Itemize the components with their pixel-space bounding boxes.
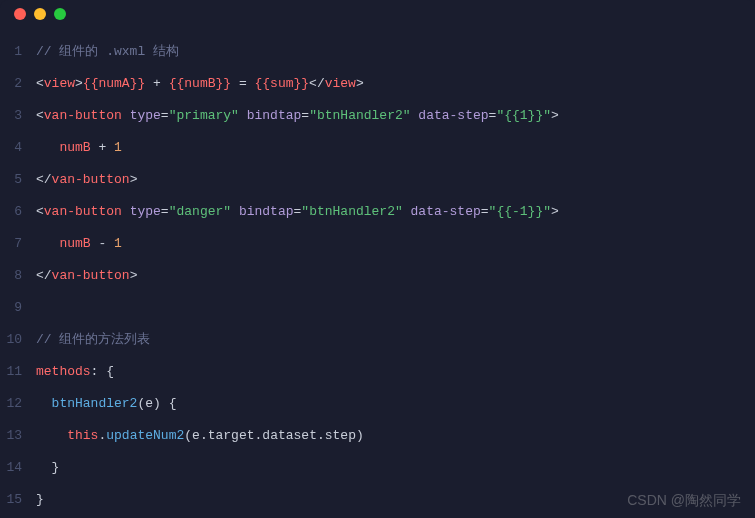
line-number: 8 bbox=[0, 260, 36, 292]
code-line: 11 methods: { bbox=[0, 356, 755, 388]
minimize-icon[interactable] bbox=[34, 8, 46, 20]
titlebar bbox=[0, 0, 755, 28]
code-content: </van-button> bbox=[36, 164, 137, 196]
line-number: 7 bbox=[0, 228, 36, 260]
code-line: 12 btnHandler2(e) { bbox=[0, 388, 755, 420]
code-content: numB + 1 bbox=[36, 132, 122, 164]
close-icon[interactable] bbox=[14, 8, 26, 20]
line-number: 12 bbox=[0, 388, 36, 420]
code-line: 4 numB + 1 bbox=[0, 132, 755, 164]
code-line: 2 <view>{{numA}} + {{numB}} = {{sum}}</v… bbox=[0, 68, 755, 100]
code-line: 8 </van-button> bbox=[0, 260, 755, 292]
watermark-text: CSDN @陶然同学 bbox=[627, 492, 741, 510]
line-number: 11 bbox=[0, 356, 36, 388]
code-area[interactable]: 1 // 组件的 .wxml 结构 2 <view>{{numA}} + {{n… bbox=[0, 28, 755, 518]
line-number: 4 bbox=[0, 132, 36, 164]
code-content: this.updateNum2(e.target.dataset.step) bbox=[36, 420, 364, 452]
code-editor-window: 1 // 组件的 .wxml 结构 2 <view>{{numA}} + {{n… bbox=[0, 0, 755, 518]
code-line: 9 bbox=[0, 292, 755, 324]
code-content: // 组件的 .wxml 结构 bbox=[36, 36, 179, 68]
code-content: } bbox=[36, 452, 59, 484]
code-content: <van-button type="primary" bindtap="btnH… bbox=[36, 100, 559, 132]
code-line: 7 numB - 1 bbox=[0, 228, 755, 260]
code-content: </van-button> bbox=[36, 260, 137, 292]
code-line: 13 this.updateNum2(e.target.dataset.step… bbox=[0, 420, 755, 452]
line-number: 1 bbox=[0, 36, 36, 68]
line-number: 3 bbox=[0, 100, 36, 132]
line-number: 9 bbox=[0, 292, 36, 324]
line-number: 14 bbox=[0, 452, 36, 484]
line-number: 15 bbox=[0, 484, 36, 516]
code-line: 14 } bbox=[0, 452, 755, 484]
line-number: 2 bbox=[0, 68, 36, 100]
code-content: // 组件的方法列表 bbox=[36, 324, 150, 356]
code-line: 5 </van-button> bbox=[0, 164, 755, 196]
code-line: 6 <van-button type="danger" bindtap="btn… bbox=[0, 196, 755, 228]
code-content: btnHandler2(e) { bbox=[36, 388, 176, 420]
code-line: 10 // 组件的方法列表 bbox=[0, 324, 755, 356]
code-line: 1 // 组件的 .wxml 结构 bbox=[0, 36, 755, 68]
code-content: numB - 1 bbox=[36, 228, 122, 260]
maximize-icon[interactable] bbox=[54, 8, 66, 20]
line-number: 5 bbox=[0, 164, 36, 196]
code-content: } bbox=[36, 484, 44, 516]
code-content: <view>{{numA}} + {{numB}} = {{sum}}</vie… bbox=[36, 68, 364, 100]
code-line: 3 <van-button type="primary" bindtap="bt… bbox=[0, 100, 755, 132]
code-content: <van-button type="danger" bindtap="btnHa… bbox=[36, 196, 559, 228]
line-number: 10 bbox=[0, 324, 36, 356]
line-number: 13 bbox=[0, 420, 36, 452]
line-number: 6 bbox=[0, 196, 36, 228]
code-content: methods: { bbox=[36, 356, 114, 388]
